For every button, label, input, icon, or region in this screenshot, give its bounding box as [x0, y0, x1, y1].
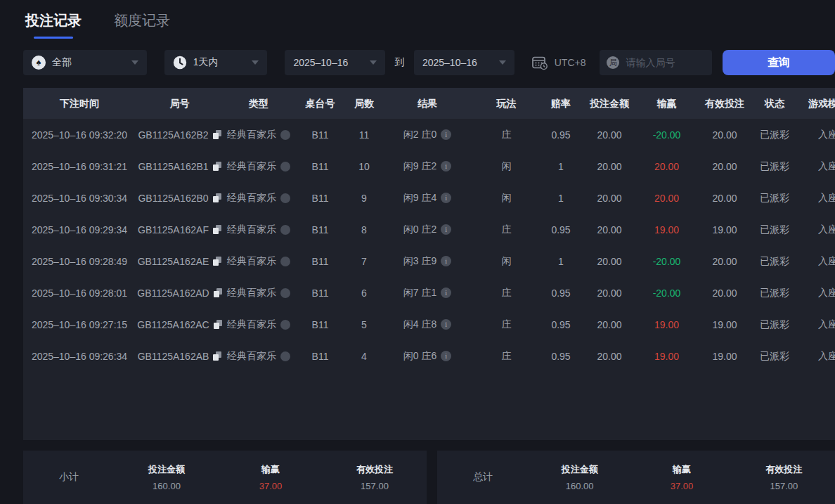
cell-type: 经典百家乐: [224, 287, 294, 299]
summary-panels: 小计 投注金额 160.00 输赢 37.00 有效投注 157.00 总计 投…: [23, 451, 835, 504]
date-from-select[interactable]: 2025–10–16: [285, 50, 385, 75]
tab-quota-records[interactable]: 额度记录: [114, 11, 170, 39]
cell-odds: 0.95: [540, 129, 582, 141]
table-row: 2025–10–16 09:28:01GB1125A162AD经典百家乐B116…: [23, 277, 835, 309]
cell-type: 经典百家乐: [224, 350, 294, 363]
cell-mode: 入座: [796, 192, 835, 205]
cell-result: 闲4 庄8i: [382, 318, 473, 331]
copy-icon[interactable]: [213, 193, 221, 202]
round-icon: 局: [607, 56, 619, 69]
copy-icon[interactable]: [213, 130, 221, 139]
game-type-icon: [280, 225, 290, 235]
cell-result: 闲9 庄2i: [382, 160, 473, 173]
date-to-select[interactable]: 2025–10–16: [414, 50, 514, 75]
cell-odds: 1: [540, 193, 582, 204]
copy-icon[interactable]: [214, 320, 222, 329]
cell-bet: 20.00: [582, 224, 637, 235]
chevron-down-icon: [252, 60, 259, 65]
game-type-icon: [280, 320, 290, 330]
cell-odds: 1: [540, 161, 582, 172]
cell-table_no: B11: [294, 129, 347, 141]
cell-round_id: GB1125A162AD: [136, 287, 224, 299]
table-row: 2025–10–16 09:32:20GB1125A162B2经典百家乐B111…: [23, 119, 835, 150]
cell-bet: 20.00: [582, 256, 637, 267]
col-status: 状态: [753, 88, 796, 119]
cell-result: 闲7 庄1i: [382, 287, 473, 299]
cell-result: 闲0 庄6i: [382, 350, 473, 363]
game-type-icon: [280, 193, 290, 203]
cell-type: 经典百家乐: [224, 224, 294, 236]
col-round_no: 局数: [347, 88, 382, 119]
cell-table_no: B11: [294, 193, 347, 204]
cell-time: 2025–10–16 09:26:34: [23, 351, 136, 362]
cell-time: 2025–10–16 09:29:34: [23, 224, 136, 235]
cell-round_no: 11: [347, 129, 382, 141]
filter-bar: ♠ 全部 1天内 2025–10–16 到 2025–10–16 U: [23, 50, 835, 75]
cell-status: 已派彩: [753, 318, 796, 331]
cell-mode: 入座: [796, 224, 835, 236]
date-to-value: 2025–10–16: [422, 57, 493, 68]
cell-winloss: 19.00: [637, 224, 697, 235]
copy-icon[interactable]: [213, 162, 221, 171]
cell-table_no: B11: [294, 351, 347, 362]
table-row: 2025–10–16 09:27:15GB1125A162AC经典百家乐B115…: [23, 309, 835, 340]
chevron-down-icon: [131, 60, 138, 65]
cell-mode: 入座: [796, 255, 835, 268]
cell-type: 经典百家乐: [224, 255, 294, 268]
cell-round_no: 7: [347, 256, 382, 267]
cell-round_id: GB1125A162B0: [136, 193, 224, 204]
table-row: 2025–10–16 09:26:34GB1125A162AB经典百家乐B114…: [23, 340, 835, 372]
round-number-input[interactable]: [626, 57, 705, 68]
info-icon[interactable]: i: [441, 319, 451, 330]
game-type-icon: [280, 351, 290, 361]
cell-winloss: 19.00: [637, 351, 697, 362]
game-type-value: 全部: [52, 56, 125, 69]
cell-play: 庄: [473, 318, 540, 331]
cell-bet: 20.00: [582, 193, 637, 204]
col-round_id: 局号: [136, 88, 224, 119]
cell-odds: 0.95: [540, 351, 582, 362]
cell-time: 2025–10–16 09:31:21: [23, 161, 136, 172]
copy-icon[interactable]: [213, 257, 221, 266]
cell-winloss: -20.00: [637, 256, 697, 267]
info-icon[interactable]: i: [441, 161, 451, 172]
info-icon[interactable]: i: [441, 256, 451, 266]
total-label: 总计: [437, 471, 529, 484]
chevron-down-icon: [499, 60, 506, 65]
info-icon[interactable]: i: [441, 129, 451, 140]
game-type-select[interactable]: ♠ 全部: [23, 50, 147, 75]
info-icon[interactable]: i: [441, 351, 451, 361]
info-icon[interactable]: i: [441, 287, 451, 298]
cell-status: 已派彩: [753, 224, 796, 236]
query-button[interactable]: 查询: [723, 50, 835, 75]
col-play: 玩法: [473, 88, 540, 119]
time-range-select[interactable]: 1天内: [164, 50, 268, 75]
cell-valid: 20.00: [697, 256, 753, 267]
col-mode: 游戏模式: [796, 88, 835, 119]
info-icon[interactable]: i: [441, 224, 451, 235]
cell-mode: 入座: [796, 287, 835, 299]
cell-play: 庄: [473, 129, 540, 141]
tab-bet-records[interactable]: 投注记录: [25, 11, 82, 39]
cell-time: 2025–10–16 09:30:34: [23, 193, 136, 204]
cell-table_no: B11: [294, 161, 347, 172]
time-range-value: 1天内: [193, 56, 246, 69]
info-icon[interactable]: i: [441, 193, 451, 203]
cell-bet: 20.00: [582, 287, 637, 299]
cell-valid: 19.00: [697, 319, 753, 330]
total-bet-amount: 投注金额 160.00: [529, 463, 630, 491]
copy-icon[interactable]: [214, 288, 222, 297]
cell-winloss: 20.00: [637, 161, 697, 172]
game-type-icon: [280, 130, 290, 140]
cell-round_no: 6: [347, 287, 382, 299]
cell-table_no: B11: [294, 319, 347, 330]
game-type-icon: [280, 162, 290, 172]
col-type: 类型: [224, 88, 294, 119]
cell-play: 庄: [473, 350, 540, 363]
copy-icon[interactable]: [213, 351, 221, 361]
cell-play: 闲: [473, 255, 540, 268]
cell-table_no: B11: [294, 224, 347, 235]
copy-icon[interactable]: [213, 225, 221, 234]
cell-type: 经典百家乐: [224, 192, 294, 205]
cell-valid: 19.00: [697, 224, 753, 235]
